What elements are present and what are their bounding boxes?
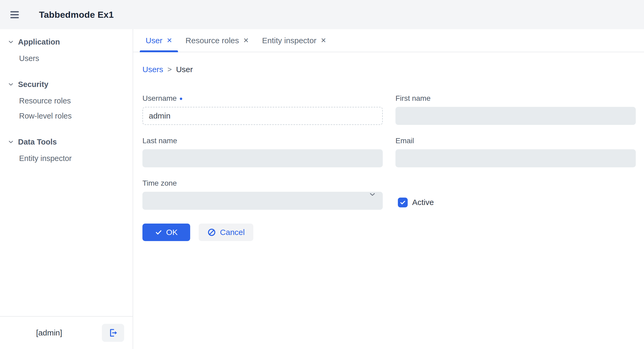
close-tab-icon[interactable]: ✕ bbox=[243, 37, 249, 44]
chevron-down-icon bbox=[7, 138, 14, 145]
ok-button[interactable]: OK bbox=[142, 224, 190, 241]
sidebar-item-label: Entity inspector bbox=[19, 154, 72, 163]
tab-label: Resource roles bbox=[185, 36, 239, 45]
username-field-group: Username bbox=[142, 94, 383, 125]
last-name-input[interactable] bbox=[142, 149, 383, 167]
logout-icon bbox=[108, 328, 118, 338]
first-name-field-group: First name bbox=[395, 94, 636, 125]
sidebar-nav: Application Users Security Resource role… bbox=[0, 29, 133, 316]
close-tab-icon[interactable]: ✕ bbox=[167, 37, 172, 44]
sidebar-section-label: Application bbox=[18, 38, 60, 46]
logout-button[interactable] bbox=[102, 324, 124, 342]
breadcrumb-current: User bbox=[176, 65, 193, 74]
app-title: Tabbedmode Ex1 bbox=[39, 10, 114, 20]
sidebar-item-label: Users bbox=[19, 54, 39, 63]
first-name-input[interactable] bbox=[395, 107, 636, 125]
close-tab-icon[interactable]: ✕ bbox=[321, 37, 326, 44]
sidebar-item-row-level-roles[interactable]: Row-level roles bbox=[0, 111, 133, 121]
sidebar-footer: [admin] bbox=[0, 316, 133, 349]
sidebar-item-label: Resource roles bbox=[19, 97, 71, 105]
breadcrumb: Users > User bbox=[142, 65, 644, 74]
last-name-field-group: Last name bbox=[142, 137, 383, 167]
menu-toggle-button[interactable] bbox=[0, 0, 29, 29]
sidebar-item-users[interactable]: Users bbox=[0, 53, 133, 64]
check-icon bbox=[155, 229, 162, 236]
time-zone-field-group: Time zone bbox=[142, 179, 383, 210]
first-name-label: First name bbox=[395, 94, 636, 103]
app-window: Tabbedmode Ex1 Application Users bbox=[0, 0, 644, 349]
time-zone-select[interactable] bbox=[142, 192, 383, 210]
tab-entity-inspector[interactable]: Entity inspector ✕ bbox=[256, 29, 332, 52]
chevron-down-icon bbox=[7, 38, 14, 45]
cancel-button[interactable]: Cancel bbox=[199, 224, 253, 241]
sidebar-section-label: Data Tools bbox=[18, 138, 57, 146]
sidebar-section-header-data-tools[interactable]: Data Tools bbox=[0, 137, 133, 147]
active-checkbox-label[interactable]: Active bbox=[412, 198, 434, 207]
tab-content: Users > User Username First name bbox=[133, 65, 644, 241]
current-user-label: [admin] bbox=[36, 328, 62, 337]
tab-label: Entity inspector bbox=[262, 36, 316, 45]
breadcrumb-link-users[interactable]: Users bbox=[142, 65, 163, 74]
top-header: Tabbedmode Ex1 bbox=[0, 0, 644, 29]
main-area: User ✕ Resource roles ✕ Entity inspector… bbox=[133, 29, 644, 349]
sidebar-section-header-application[interactable]: Application bbox=[0, 37, 133, 47]
sidebar-item-resource-roles[interactable]: Resource roles bbox=[0, 95, 133, 106]
chevron-down-icon bbox=[7, 81, 14, 88]
username-label: Username bbox=[142, 94, 383, 103]
check-icon bbox=[399, 199, 406, 206]
time-zone-label: Time zone bbox=[142, 179, 383, 187]
email-input[interactable] bbox=[395, 149, 636, 167]
tab-user[interactable]: User ✕ bbox=[140, 29, 178, 52]
hamburger-icon bbox=[10, 11, 19, 18]
username-input[interactable] bbox=[142, 107, 383, 125]
sidebar-section-header-security[interactable]: Security bbox=[0, 79, 133, 90]
sidebar-section-label: Security bbox=[18, 80, 48, 89]
tab-bar: User ✕ Resource roles ✕ Entity inspector… bbox=[133, 29, 644, 52]
last-name-label: Last name bbox=[142, 137, 383, 145]
active-checkbox[interactable] bbox=[398, 198, 408, 207]
user-detail-form: Username First name Last name bbox=[142, 94, 644, 210]
sidebar-section-data-tools: Data Tools Entity inspector bbox=[0, 137, 133, 164]
active-field-group: Active bbox=[395, 195, 636, 210]
breadcrumb-separator: > bbox=[167, 65, 172, 74]
email-field-group: Email bbox=[395, 137, 636, 167]
sidebar-item-entity-inspector[interactable]: Entity inspector bbox=[0, 153, 133, 164]
email-label: Email bbox=[395, 137, 636, 145]
tab-label: User bbox=[146, 36, 162, 45]
ban-icon bbox=[207, 228, 216, 237]
sidebar-section-application: Application Users bbox=[0, 37, 133, 64]
sidebar: Application Users Security Resource role… bbox=[0, 29, 133, 349]
sidebar-item-label: Row-level roles bbox=[19, 112, 72, 120]
required-indicator-icon bbox=[180, 98, 182, 100]
form-actions: OK Cancel bbox=[142, 224, 644, 241]
tab-resource-roles[interactable]: Resource roles ✕ bbox=[180, 29, 255, 52]
sidebar-section-security: Security Resource roles Row-level roles bbox=[0, 79, 133, 121]
